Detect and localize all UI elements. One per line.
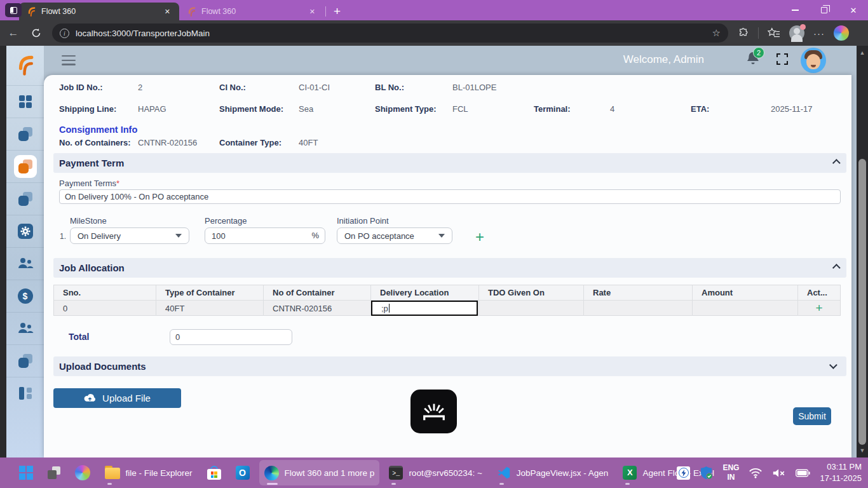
sidebar-item-users[interactable] [6, 247, 44, 280]
sidebar-item-partners[interactable] [6, 312, 44, 344]
cell-amount[interactable] [692, 300, 797, 316]
chevron-down-icon [175, 234, 182, 238]
users-icon [17, 257, 34, 270]
minimize-icon [792, 10, 799, 10]
field-label: Shipment Mode: [219, 104, 283, 114]
payment-terms-input[interactable] [59, 189, 841, 204]
field-value: 40FT [299, 138, 318, 147]
scroll-down-arrow[interactable]: ▼ [857, 447, 868, 454]
add-milestone-button[interactable]: + [475, 229, 484, 245]
reload-button[interactable] [27, 24, 46, 43]
field-value: FCL [452, 104, 468, 114]
chevron-up-icon[interactable] [832, 159, 841, 167]
welcome-text: Welcome, Admin [623, 53, 704, 66]
cell-tdo-given-on[interactable] [478, 300, 583, 316]
tab-close-icon[interactable]: ✕ [307, 6, 318, 17]
copilot-icon[interactable] [834, 25, 849, 41]
browser-profile-avatar[interactable] [789, 25, 804, 41]
delivery-location-text: ;p [381, 304, 388, 313]
chevron-up-icon[interactable] [832, 264, 841, 272]
outlook-button[interactable]: O [231, 460, 255, 485]
thunderbolt-icon[interactable] [677, 466, 690, 480]
task-view-button[interactable] [43, 460, 65, 485]
browser-menu-icon[interactable]: ··· [813, 28, 825, 39]
back-button[interactable]: ← [4, 24, 23, 43]
sidebar-item-modules[interactable] [6, 118, 44, 150]
sidebar-item-orders[interactable] [6, 182, 44, 215]
start-button[interactable] [14, 460, 38, 485]
terminal-icon: >_ [389, 466, 403, 480]
store-button[interactable] [202, 460, 226, 485]
section-title: Payment Term [59, 158, 124, 168]
bookmark-star-icon[interactable]: ☆ [712, 27, 721, 39]
battery-icon[interactable] [796, 469, 810, 477]
browser-tab-inactive[interactable]: Flowt 360 ✕ [179, 3, 324, 20]
wifi-icon[interactable] [749, 468, 763, 478]
tab-close-icon[interactable]: ✕ [162, 6, 173, 17]
chevron-down-icon[interactable] [829, 361, 837, 369]
terminal-window-button[interactable]: >_ root@srv650234: ~ [384, 460, 487, 485]
initiation-point-select[interactable]: On PO acceptance [337, 227, 452, 244]
file-explorer-button[interactable]: file - File Explorer [100, 460, 198, 485]
percentage-input[interactable] [205, 227, 325, 244]
delivery-location-input[interactable]: ;p [371, 301, 478, 316]
column-header: Amount [692, 285, 797, 300]
tab-actions-button[interactable] [5, 3, 22, 17]
url-text[interactable]: localhost:3000/TransporterJobMain [76, 29, 712, 38]
minimize-button[interactable] [780, 0, 810, 20]
notifications-button[interactable]: 2 [746, 51, 760, 66]
workspaces-icon [10, 7, 17, 14]
edge-window-button[interactable]: Flowt 360 and 1 more p [259, 460, 380, 485]
copilot-taskbar-button[interactable] [70, 460, 95, 485]
new-tab-button[interactable]: + [330, 4, 344, 18]
milestone-select[interactable]: On Delivery [70, 227, 189, 244]
page-scrollbar[interactable]: ▲ ▼ [857, 46, 868, 458]
browser-tab-active[interactable]: Flowt 360 ✕ [19, 3, 179, 20]
hamburger-menu-icon[interactable] [62, 55, 76, 68]
upload-documents-section-header[interactable]: Upload Documents [53, 356, 846, 376]
vscode-window-button[interactable]: JobPageView.jsx - Agen [492, 460, 614, 485]
task-view-icon [48, 466, 60, 479]
upload-file-button[interactable]: Upload File [53, 388, 181, 408]
cloud-upload-icon [84, 393, 96, 403]
language-indicator[interactable]: ENGIN [722, 463, 739, 482]
volume-muted-icon[interactable] [772, 468, 786, 478]
cell-rate[interactable] [583, 300, 692, 316]
sidebar-item-dashboard[interactable] [6, 85, 44, 118]
fullscreen-button[interactable] [776, 53, 788, 65]
app-sidebar: $ [6, 46, 44, 458]
keyboard-backlight-osd [410, 390, 457, 433]
payment-term-section-header[interactable]: Payment Term [53, 153, 846, 173]
scrollbar-thumb[interactable] [858, 159, 866, 445]
store-icon [207, 466, 221, 480]
security-shield-icon[interactable] [700, 466, 713, 480]
submit-button[interactable]: Submit [793, 407, 831, 425]
dashboard-icon [19, 95, 32, 108]
address-bar[interactable]: i localhost:3000/TransporterJobMain ☆ [52, 24, 728, 43]
milestone-value: On Delivery [78, 231, 121, 241]
close-button[interactable]: ✕ [839, 0, 868, 20]
sidebar-item-finance[interactable]: $ [6, 280, 44, 312]
clock[interactable]: 03:11 PM 17-11-2025 [820, 461, 862, 484]
sidebar-item-board[interactable] [6, 377, 44, 409]
sidebar-item-jobs-active[interactable] [6, 150, 44, 182]
section-title: Upload Documents [59, 361, 146, 372]
extensions-icon[interactable] [737, 27, 749, 39]
maximize-button[interactable] [810, 0, 839, 20]
favorites-icon[interactable] [768, 27, 780, 39]
site-info-icon[interactable]: i [60, 29, 69, 38]
field-label: Terminal: [534, 104, 571, 114]
restore-icon [821, 7, 827, 13]
add-row-button[interactable]: + [797, 300, 840, 316]
percentage-field: % [205, 227, 325, 244]
windows-taskbar: file - File Explorer O Flowt 360 and 1 m… [0, 458, 868, 488]
backlight-rays-icon [419, 398, 449, 425]
sidebar-item-settings[interactable] [6, 215, 44, 247]
field-label: Shipment Type: [375, 104, 437, 114]
scroll-up-arrow[interactable]: ▲ [857, 50, 868, 56]
total-input[interactable] [170, 329, 292, 345]
job-allocation-section-header[interactable]: Job Allocation [53, 258, 846, 278]
user-avatar[interactable] [801, 48, 826, 73]
field-value: 4 [610, 104, 614, 114]
sidebar-item-reports[interactable] [6, 344, 44, 377]
